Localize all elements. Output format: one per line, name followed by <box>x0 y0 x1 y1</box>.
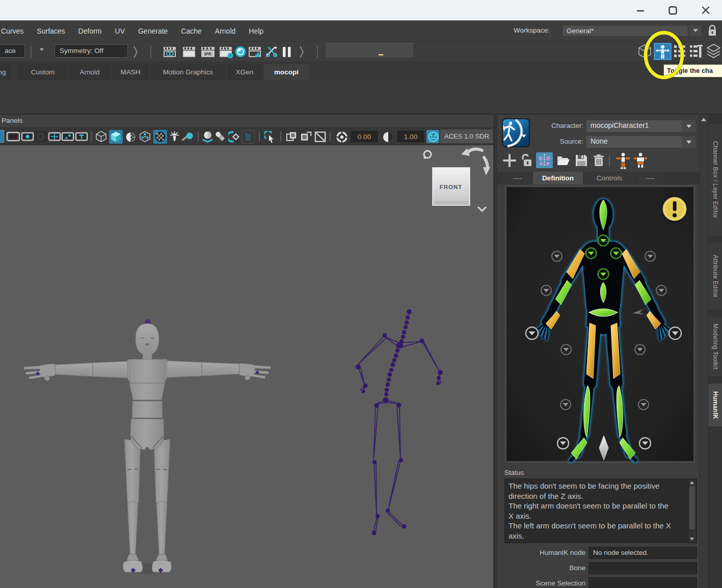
viewcube-menu-chevron[interactable] <box>478 207 486 211</box>
left-shoulder-joint[interactable] <box>586 248 597 259</box>
collapse-arrow-icon[interactable] <box>299 45 305 59</box>
status-box[interactable]: The hips don't seem to be facing the pos… <box>504 478 697 543</box>
rotate-left-arrow[interactable] <box>467 149 482 153</box>
bookmark-icon[interactable] <box>300 130 312 143</box>
mocopi-skeleton[interactable] <box>356 309 443 536</box>
render-view-icon[interactable] <box>162 45 177 59</box>
character-definition-view[interactable] <box>504 185 696 464</box>
chevron-down-icon[interactable] <box>682 120 696 132</box>
hypershade-icon[interactable] <box>234 45 247 59</box>
shelf-tab-rigging[interactable]: ng <box>0 64 11 80</box>
save-skeleton-icon[interactable] <box>574 153 589 168</box>
sidebar-tab-modeling-toolkit[interactable]: Modeling Toolkit <box>708 317 722 377</box>
delete-character-icon[interactable] <box>592 153 605 168</box>
pause-icon[interactable] <box>281 46 292 58</box>
panel-splitter[interactable] <box>493 115 497 588</box>
shelf-tab-xgen[interactable]: XGen <box>227 64 262 80</box>
character-dropdown[interactable]: mocopiCharacter1 <box>586 120 696 132</box>
hik-tab-definition[interactable]: Definition <box>533 172 583 184</box>
lock-icon[interactable] <box>707 24 717 37</box>
gamma-field[interactable]: 1.00 <box>397 131 424 142</box>
modeling-toolkit-icon[interactable] <box>637 43 653 60</box>
close-button[interactable] <box>694 0 717 20</box>
display-layers-icon[interactable] <box>706 43 721 60</box>
colorspace-label[interactable]: ACES 1.0 SDR <box>440 129 493 143</box>
viewport-menu-panels[interactable]: Panels <box>2 117 22 124</box>
warning-badge[interactable] <box>662 196 687 222</box>
sidebar-tab-humanik[interactable]: HumanIK <box>708 384 722 427</box>
expand-right-hip[interactable] <box>635 344 645 355</box>
scroll-up-icon[interactable] <box>701 118 706 121</box>
safe-title-icon[interactable] <box>75 130 88 143</box>
menu-arnold[interactable]: Arnold <box>215 27 235 35</box>
ipr-render-icon[interactable]: IPR <box>200 45 216 59</box>
stance-pose-icon[interactable] <box>615 152 631 169</box>
resolution-gate-icon[interactable] <box>21 130 34 143</box>
expand-left-foot[interactable] <box>557 438 569 449</box>
use-default-material-icon[interactable] <box>139 130 151 143</box>
exposure-field[interactable]: 0.00 <box>351 131 378 142</box>
menu-surfaces[interactable]: Surfaces <box>37 27 65 35</box>
transform-entry-field[interactable] <box>326 42 413 58</box>
safe-action-icon[interactable] <box>61 130 74 143</box>
wireframe-on-shaded-button[interactable] <box>153 130 167 144</box>
view-cube[interactable]: FRONT <box>423 148 490 211</box>
color-management-button[interactable] <box>426 130 439 143</box>
right-shoulder-joint[interactable] <box>611 248 622 259</box>
shadows-icon[interactable] <box>181 131 194 143</box>
viewport-select-icon[interactable] <box>263 130 277 144</box>
scroll-down-icon[interactable] <box>690 538 694 541</box>
bone-field[interactable] <box>589 562 697 574</box>
image-plane-icon[interactable] <box>314 130 327 143</box>
field-chart-icon[interactable] <box>48 130 61 143</box>
load-skeleton-icon[interactable] <box>556 153 571 168</box>
expand-left-elbow[interactable] <box>541 285 551 296</box>
expand-right-hand[interactable] <box>669 327 681 339</box>
maximize-button[interactable] <box>661 0 684 20</box>
shaded-mode-button[interactable] <box>109 130 123 144</box>
shelf-tab-custom[interactable]: Custom <box>18 64 67 80</box>
gate-mask-icon[interactable] <box>34 130 47 143</box>
character-controls-button[interactable] <box>654 43 672 60</box>
default-lighting-icon[interactable] <box>169 130 180 144</box>
film-gate-icon[interactable] <box>6 130 20 143</box>
chevron-down-icon[interactable] <box>40 48 44 51</box>
scroll-thumb[interactable] <box>689 486 695 529</box>
expand-left-hand[interactable] <box>526 327 538 339</box>
chevron-down-icon[interactable] <box>682 136 696 148</box>
sidebar-tab-channel-box[interactable]: Channel Box / Layer Editor <box>708 124 722 236</box>
sidebar-tab-attribute-editor[interactable]: Attribute Editor <box>708 243 722 310</box>
snapshot-icon[interactable] <box>285 130 298 143</box>
menu-curves[interactable]: Curves <box>1 27 23 35</box>
panel-scrollbar[interactable] <box>699 115 708 588</box>
expand-left-hip[interactable] <box>561 344 571 355</box>
status-scrollbar[interactable] <box>689 480 696 542</box>
exposure-icon[interactable] <box>336 131 348 143</box>
menu-generate[interactable]: Generate <box>138 27 168 35</box>
render-current-frame-icon[interactable] <box>181 45 197 59</box>
source-dropdown[interactable]: None <box>586 136 696 148</box>
flashlight-icon[interactable] <box>214 130 227 144</box>
hik-tab-controls[interactable]: Controls <box>584 172 634 184</box>
humanik-logo[interactable] <box>502 118 530 147</box>
create-character-icon[interactable] <box>502 153 517 168</box>
wireframe-mode-icon[interactable] <box>95 130 108 143</box>
menu-help[interactable]: Help <box>249 27 263 35</box>
light-editor-icon[interactable] <box>264 45 279 59</box>
humanik-node-field[interactable]: No node selected. <box>589 547 697 559</box>
render-settings-icon[interactable] <box>218 45 234 60</box>
expand-right-foot[interactable] <box>639 438 651 449</box>
render-sequence-icon[interactable] <box>247 45 263 60</box>
neck-joint[interactable] <box>598 235 609 246</box>
mirror-definition-button[interactable] <box>536 152 553 168</box>
expand-right-knee[interactable] <box>638 399 649 410</box>
hik-tab-spacer-right[interactable]: ---- <box>636 172 664 184</box>
menu-deform[interactable]: Deform <box>78 27 102 35</box>
viewport-canvas[interactable]: FRONT <box>0 145 493 588</box>
textured-mode-icon[interactable] <box>125 131 137 143</box>
symmetry-field[interactable]: Symmetry: Off <box>55 44 128 58</box>
expand-right-shoulder[interactable] <box>645 251 655 261</box>
shelf-tab-motion-graphics[interactable]: Motion Graphics <box>151 64 225 80</box>
expand-left-knee[interactable] <box>560 399 571 410</box>
gamma-icon[interactable] <box>382 131 394 143</box>
